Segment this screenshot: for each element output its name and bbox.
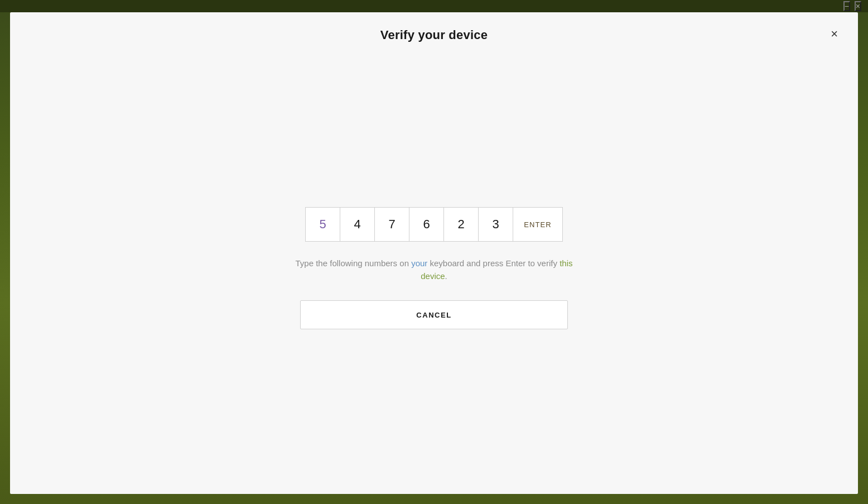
modal-title: Verify your device (380, 28, 488, 42)
key-digit-3: 7 (374, 207, 409, 242)
window-chrome: − × (0, 0, 868, 12)
key-digit-4: 6 (409, 207, 443, 242)
window-close-button[interactable]: × (855, 1, 861, 11)
keypad-row: 5 4 7 6 2 3 ENTER (305, 207, 563, 242)
key-digit-2: 4 (340, 207, 374, 242)
instruction-highlight-blue: your (411, 258, 427, 268)
minimize-button[interactable]: − (843, 1, 850, 11)
key-enter: ENTER (513, 207, 563, 242)
modal-close-button[interactable]: × (828, 26, 840, 42)
modal-container: Verify your device × 5 4 7 6 2 3 ENTER T… (10, 12, 858, 494)
instruction-highlight-green: this device (421, 258, 572, 281)
key-digit-1: 5 (305, 207, 340, 242)
key-digit-6: 3 (478, 207, 513, 242)
instruction-text: Type the following numbers on your keybo… (295, 257, 573, 282)
cancel-button[interactable]: CANCEL (300, 300, 568, 329)
key-digit-5: 2 (443, 207, 478, 242)
modal-body: 5 4 7 6 2 3 ENTER Type the following num… (10, 42, 858, 494)
modal-header: Verify your device × (10, 12, 858, 42)
